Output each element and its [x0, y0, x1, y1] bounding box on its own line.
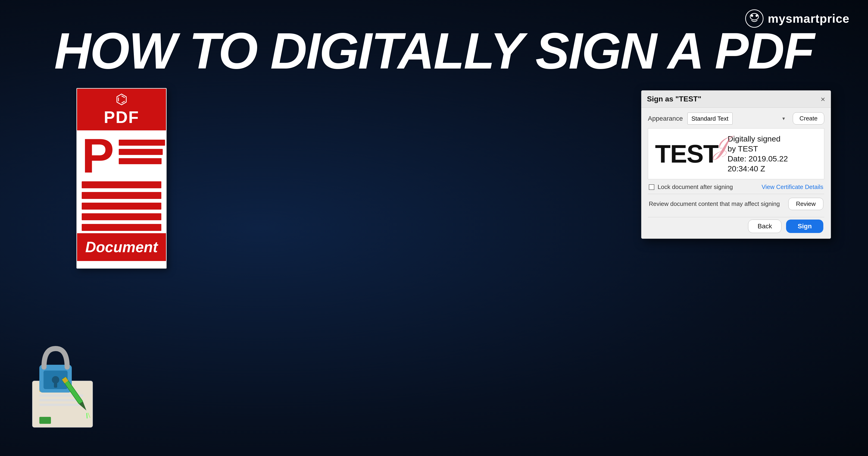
- svg-rect-13: [54, 382, 57, 388]
- main-title: HOW TO DIGITALLY SIGN A PDF: [0, 26, 868, 77]
- lock-row: Lock document after signing View Certifi…: [648, 183, 824, 191]
- review-text: Review document content that may affect …: [649, 200, 780, 208]
- padlock-illustration: [19, 335, 97, 433]
- pdf-full-line-4: [82, 213, 161, 220]
- pdf-top-bar: ⌬ PDF: [77, 89, 166, 130]
- acrobat-icon: ⌬: [116, 92, 128, 106]
- appearance-select[interactable]: Standard Text: [687, 113, 733, 125]
- pdf-bottom-bar: Document: [77, 233, 166, 261]
- lock-left: Lock document after signing: [649, 183, 733, 191]
- pdf-big-letter: P: [82, 133, 114, 179]
- create-button[interactable]: Create: [793, 112, 824, 125]
- view-certificate-link[interactable]: View Certificate Details: [762, 183, 823, 191]
- lock-document-checkbox[interactable]: [649, 184, 654, 190]
- svg-rect-8: [39, 404, 81, 406]
- pdf-full-line-1: [82, 181, 161, 188]
- review-row: Review document content that may affect …: [648, 194, 824, 214]
- padlock-svg: [19, 335, 97, 432]
- sig-detail-4: 20:34:40 Z: [727, 164, 788, 173]
- dialog-titlebar: Sign as "TEST" ×: [641, 91, 831, 108]
- sign-button[interactable]: Sign: [786, 219, 823, 233]
- svg-rect-9: [39, 417, 51, 424]
- lock-document-label: Lock document after signing: [658, 183, 733, 191]
- review-button[interactable]: Review: [788, 198, 823, 210]
- dialog-title: Sign as "TEST": [647, 95, 701, 103]
- signature-preview-area: TEST 𝒥 Digitally signed by TEST Date: 20…: [648, 128, 824, 179]
- sign-dialog: Sign as "TEST" × Appearance Standard Tex…: [641, 90, 831, 239]
- signature-large-text: TEST: [655, 141, 718, 166]
- signature-details: Digitally signed by TEST Date: 2019.05.2…: [727, 134, 788, 173]
- svg-point-2: [751, 14, 753, 17]
- pdf-document-label: Document: [85, 239, 158, 256]
- pdf-line-3: [119, 158, 161, 164]
- pdf-label: PDF: [104, 108, 140, 127]
- svg-point-3: [755, 14, 758, 17]
- appearance-label: Appearance: [648, 115, 683, 122]
- dialog-close-button[interactable]: ×: [820, 95, 825, 103]
- appearance-row: Appearance Standard Text ▾ Create: [648, 112, 824, 125]
- appearance-select-wrapper[interactable]: Standard Text ▾: [687, 113, 788, 125]
- pdf-full-line-5: [82, 224, 161, 231]
- pdf-full-line-3: [82, 203, 161, 210]
- pdf-lines-group: [119, 133, 165, 164]
- sig-detail-3: Date: 2019.05.22: [727, 154, 788, 163]
- sig-detail-1: Digitally signed: [727, 134, 788, 143]
- pdf-full-line-2: [82, 192, 161, 199]
- action-buttons-row: Back Sign: [648, 217, 824, 234]
- pdf-line-2: [119, 149, 163, 155]
- sig-detail-2: by TEST: [727, 144, 788, 153]
- back-button[interactable]: Back: [748, 219, 781, 233]
- dialog-body: Appearance Standard Text ▾ Create TEST 𝒥…: [641, 108, 831, 239]
- pdf-line-1: [119, 140, 165, 146]
- select-dropdown-icon: ▾: [782, 116, 785, 122]
- svg-rect-7: [39, 399, 79, 401]
- pdf-document-illustration: ⌬ PDF P Document: [76, 88, 167, 269]
- pdf-bottom-lines: [82, 181, 161, 231]
